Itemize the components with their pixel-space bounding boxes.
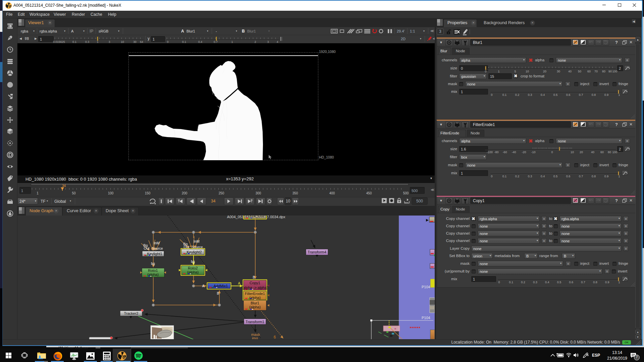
svg-text:InM: InM xyxy=(154,241,160,245)
svg-text:P104: P104 xyxy=(422,316,430,320)
svg-text:A: A xyxy=(238,281,240,285)
svg-text:A004_051: A004_051 xyxy=(227,216,244,219)
svg-text:bg: bg xyxy=(191,259,195,263)
svg-text:Transform1: Transform1 xyxy=(246,320,264,324)
svg-text:P104: P104 xyxy=(422,285,430,289)
svg-text:7.0034.dpx: 7.0034.dpx xyxy=(267,216,285,219)
svg-text:Blur1: Blur1 xyxy=(251,301,259,305)
svg-text:21314_C02: 21314_C02 xyxy=(246,216,265,218)
svg-text:(alpha): (alpha) xyxy=(187,270,199,274)
svg-text:img: img xyxy=(252,336,258,339)
svg-text:_Keylight2: _Keylight2 xyxy=(184,250,202,254)
svg-text:(alpha): (alpha) xyxy=(249,305,261,309)
svg-text:(alpha): (alpha) xyxy=(147,273,159,277)
svg-text:A: A xyxy=(202,284,204,288)
svg-text:bg: bg xyxy=(151,261,155,265)
svg-text:_AddMix1: _AddMix1 xyxy=(211,284,228,288)
svg-text:Copy1: Copy1 xyxy=(250,281,260,285)
svg-text:_Keylight1: _Keylight1 xyxy=(145,252,162,256)
svg-text:Roto1: Roto1 xyxy=(148,268,158,273)
svg-text:(alpha -> alpha): (alpha -> alpha) xyxy=(242,286,268,290)
svg-text:Roto2: Roto2 xyxy=(188,266,198,270)
svg-text:FilterErode1: FilterErode1 xyxy=(245,292,265,296)
svg-text:6: 6 xyxy=(274,335,276,339)
svg-text:B: B xyxy=(253,275,255,279)
svg-text:B: B xyxy=(217,291,219,295)
svg-text:Source: Source xyxy=(152,246,163,250)
svg-text:InM: InM xyxy=(194,239,200,243)
svg-text:Transform4: Transform4 xyxy=(308,250,326,254)
svg-text:Out: Out xyxy=(144,246,150,250)
svg-text:Tracker2: Tracker2 xyxy=(124,311,139,315)
